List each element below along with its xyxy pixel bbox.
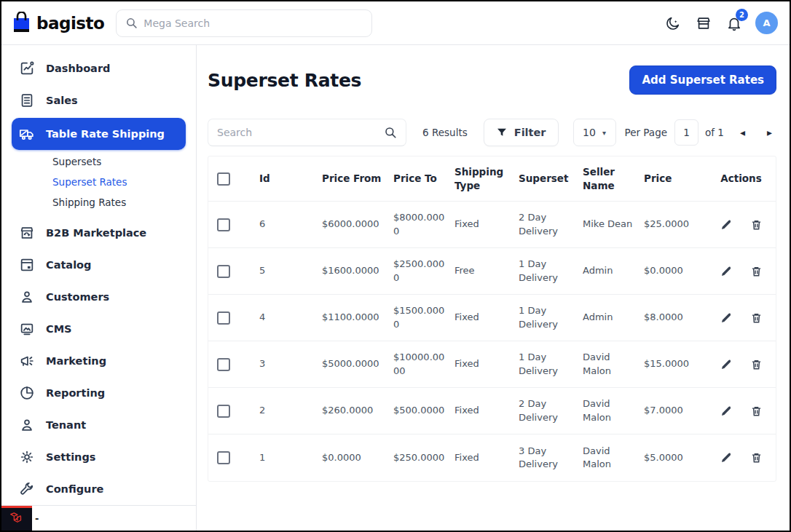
cell-shipping-type: Fixed	[454, 404, 519, 417]
edit-button[interactable]	[718, 450, 734, 466]
main-content: Superset Rates Add Superset Rates 6 Resu…	[197, 45, 790, 531]
cell-id: 3	[259, 357, 322, 370]
filter-button[interactable]: Filter	[484, 119, 559, 146]
bag-icon	[12, 12, 31, 34]
results-count: 6 Results	[422, 127, 468, 138]
cell-price: $8.0000	[644, 311, 711, 324]
sidebar-item-label: Sales	[46, 95, 78, 106]
edit-button[interactable]	[718, 357, 734, 373]
cell-price-from: $0.0000	[322, 451, 393, 464]
row-checkbox[interactable]	[217, 218, 230, 231]
sidebar-item-label: Reporting	[46, 387, 105, 399]
mega-search-box[interactable]	[116, 9, 372, 37]
submenu-item-shipping-rates[interactable]: Shipping Rates	[52, 195, 196, 210]
sidebar-item-marketing[interactable]: Marketing	[1, 345, 196, 377]
row-checkbox[interactable]	[217, 265, 230, 278]
cell-price: $7.0000	[644, 404, 711, 417]
cell-seller-name: David Malon	[583, 397, 644, 424]
row-checkbox[interactable]	[217, 451, 230, 464]
store-icon[interactable]	[694, 14, 713, 33]
gear-icon	[19, 449, 35, 465]
filter-label: Filter	[514, 127, 546, 138]
edit-button[interactable]	[718, 217, 734, 233]
sidebar-item-configure[interactable]: Configure	[1, 473, 196, 505]
brand-name: bagisto	[36, 14, 104, 33]
sidebar-item-dashboard[interactable]: Dashboard	[1, 52, 196, 84]
table-row: 5 $1600.0000 $2500.0000 Free 1 Day Deliv…	[208, 248, 776, 295]
cell-superset: 3 Day Delivery	[519, 445, 583, 471]
megaphone-icon	[19, 353, 35, 369]
cell-seller-name: Admin	[583, 264, 644, 277]
datagrid-search-input[interactable]	[217, 127, 384, 138]
notification-badge: 2	[736, 9, 748, 21]
search-icon	[384, 126, 397, 139]
laravel-debugbar-toggle[interactable]	[1, 506, 32, 531]
cell-price-to: $2500.0000	[393, 258, 454, 284]
delete-button[interactable]	[749, 357, 764, 373]
notifications-bell-icon[interactable]: 2	[725, 14, 744, 33]
sidebar-item-reporting[interactable]: Reporting	[1, 377, 196, 409]
per-page-select[interactable]: 10 ▾	[573, 119, 616, 146]
row-checkbox[interactable]	[217, 358, 230, 371]
edit-button[interactable]	[718, 263, 734, 279]
cell-seller-name: Admin	[583, 311, 644, 324]
cell-seller-name: David Malon	[583, 351, 644, 377]
submenu-item-supersets[interactable]: Supersets	[52, 154, 196, 169]
delete-button[interactable]	[749, 403, 764, 419]
edit-button[interactable]	[718, 310, 734, 326]
cell-superset: 2 Day Delivery	[519, 211, 583, 237]
app-window: bagisto	[0, 0, 791, 532]
debug-strip: -	[1, 505, 196, 531]
row-checkbox[interactable]	[217, 405, 230, 418]
sidebar-item-label: Marketing	[46, 355, 106, 367]
delete-button[interactable]	[749, 217, 764, 233]
sidebar-item-table-rate-shipping[interactable]: Table Rate Shipping	[12, 118, 186, 150]
cell-price-to: $500.0000	[393, 404, 454, 417]
next-page-button[interactable]: ▸	[763, 124, 776, 141]
cell-price-from: $1600.0000	[322, 264, 393, 277]
cell-price-from: $5000.0000	[322, 357, 393, 370]
debugbar-dash: -	[35, 513, 39, 524]
tenant-icon	[19, 417, 35, 433]
cell-price: $5.0000	[644, 451, 711, 464]
sidebar-item-settings[interactable]: Settings	[1, 441, 196, 473]
page-header: Superset Rates Add Superset Rates	[208, 65, 776, 95]
sidebar-item-label: Tenant	[46, 419, 86, 431]
col-header-seller-name: Seller Name	[583, 165, 644, 191]
cell-shipping-type: Fixed	[454, 357, 519, 370]
delete-button[interactable]	[749, 450, 764, 466]
page-number-input[interactable]	[674, 119, 698, 146]
avatar[interactable]: A	[755, 12, 778, 34]
sidebar-item-sales[interactable]: Sales	[1, 84, 196, 116]
cell-price: $25.0000	[644, 218, 711, 231]
sidebar-item-customers[interactable]: Customers	[1, 281, 196, 313]
edit-button[interactable]	[718, 403, 734, 419]
delete-button[interactable]	[749, 263, 764, 279]
brand-logo[interactable]: bagisto	[12, 12, 104, 34]
customers-icon	[19, 289, 35, 305]
sidebar-item-cms[interactable]: CMS	[1, 313, 196, 345]
datagrid-search-box[interactable]	[208, 119, 406, 146]
sidebar-item-label: Customers	[46, 291, 109, 303]
previous-page-button[interactable]: ◂	[736, 124, 749, 141]
delete-button[interactable]	[749, 310, 764, 326]
datagrid-toolbar: 6 Results Filter 10 ▾ Per Page of 1 ◂	[208, 119, 776, 146]
cell-price-to: $8000.0000	[393, 211, 454, 237]
dark-mode-icon[interactable]	[664, 14, 682, 33]
mega-search-input[interactable]	[143, 17, 363, 29]
wrench-icon	[19, 481, 35, 497]
add-superset-rates-button[interactable]: Add Superset Rates	[629, 65, 776, 95]
table-row: 3 $5000.0000 $10000.0000 Fixed 1 Day Del…	[208, 341, 776, 388]
submenu-item-superset-rates[interactable]: Superset Rates	[52, 175, 196, 189]
select-all-checkbox[interactable]	[217, 172, 230, 186]
sidebar-item-b2b-marketplace[interactable]: B2B Marketplace	[1, 217, 196, 249]
sidebar-item-label: Catalog	[46, 259, 91, 271]
row-checkbox[interactable]	[217, 311, 230, 325]
cms-icon	[19, 321, 35, 337]
sidebar-item-catalog[interactable]: Catalog	[1, 249, 196, 281]
sidebar-item-label: B2B Marketplace	[46, 227, 146, 239]
table-row: 2 $260.0000 $500.0000 Fixed 2 Day Delive…	[208, 388, 776, 434]
search-icon	[125, 17, 138, 29]
sidebar-item-label: Dashboard	[46, 63, 110, 74]
sidebar-item-tenant[interactable]: Tenant	[1, 409, 196, 441]
